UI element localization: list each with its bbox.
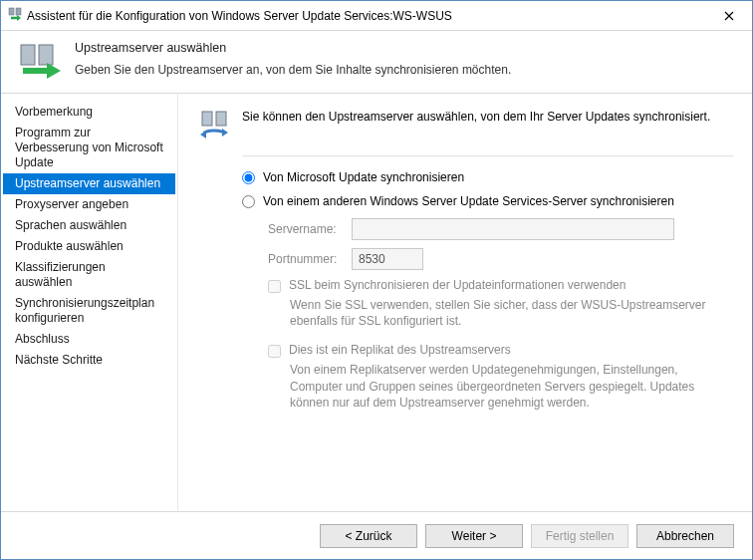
divider — [242, 155, 734, 156]
wizard-content: Sie können den Upstreamserver auswählen,… — [178, 94, 752, 511]
sidebar-item[interactable]: Synchronisierungszeitplan konfigurieren — [3, 293, 175, 329]
radio-other-wsus[interactable]: Von einem anderen Windows Server Update … — [242, 194, 734, 208]
sidebar-item[interactable]: Produkte auswählen — [3, 236, 175, 257]
sidebar-item[interactable]: Proxyserver angeben — [3, 194, 175, 215]
radio-other-wsus-input[interactable] — [242, 195, 255, 208]
port-field — [352, 248, 423, 270]
wizard-body: VorbemerkungProgramm zur Verbesserung vo… — [1, 94, 752, 511]
sidebar-item[interactable]: Vorbemerkung — [3, 102, 175, 123]
radio-other-wsus-label: Von einem anderen Windows Server Update … — [263, 194, 674, 208]
replica-checkbox — [268, 345, 281, 358]
page-subtitle: Geben Sie den Upstreamserver an, von dem… — [75, 63, 511, 77]
port-row: Portnummer: — [268, 248, 734, 270]
titlebar: Assistent für die Konfiguration von Wind… — [1, 1, 752, 31]
svg-rect-4 — [202, 112, 212, 126]
close-button[interactable] — [706, 1, 752, 31]
servername-field — [352, 218, 674, 240]
header-icon — [17, 41, 65, 81]
sidebar-item[interactable]: Klassifizierungen auswählen — [3, 257, 175, 293]
sidebar-item[interactable]: Nächste Schritte — [3, 350, 175, 371]
replica-checkbox-label: Dies ist ein Replikat des Upstreamserver… — [289, 343, 511, 357]
sidebar-item[interactable]: Upstreamserver auswählen — [3, 173, 175, 194]
finish-button: Fertig stellen — [531, 524, 628, 548]
replica-checkbox-row: Dies ist ein Replikat des Upstreamserver… — [268, 343, 734, 358]
port-label: Portnummer: — [268, 252, 352, 266]
sidebar-item[interactable]: Abschluss — [3, 329, 175, 350]
radio-ms-update-label: Von Microsoft Update synchronisieren — [263, 170, 464, 184]
svg-rect-2 — [21, 45, 35, 65]
radio-group: Von Microsoft Update synchronisieren Von… — [242, 170, 734, 208]
ssl-checkbox-row: SSL beim Synchronisieren der Updateinfor… — [268, 278, 734, 293]
intro-row: Sie können den Upstreamserver auswählen,… — [196, 106, 734, 141]
sidebar-item[interactable]: Programm zur Verbesserung von Microsoft … — [3, 123, 175, 173]
wizard-footer: < Zurück Weiter > Fertig stellen Abbrech… — [1, 511, 752, 559]
sync-icon — [196, 106, 232, 141]
svg-rect-5 — [216, 112, 226, 126]
wizard-header: Upstreamserver auswählen Geben Sie den U… — [1, 31, 752, 94]
header-text: Upstreamserver auswählen Geben Sie den U… — [75, 41, 511, 77]
radio-ms-update-input[interactable] — [242, 171, 255, 184]
back-button[interactable]: < Zurück — [320, 524, 417, 548]
app-icon — [7, 6, 23, 25]
wizard-window: Assistent für die Konfiguration von Wind… — [0, 0, 753, 560]
next-button[interactable]: Weiter > — [425, 524, 523, 548]
wizard-sidebar: VorbemerkungProgramm zur Verbesserung vo… — [1, 94, 178, 511]
window-title: Assistent für die Konfiguration von Wind… — [23, 9, 706, 23]
servername-row: Servername: — [268, 218, 734, 240]
replica-description: Von einem Replikatserver werden Updatege… — [290, 362, 728, 411]
cancel-button[interactable]: Abbrechen — [636, 524, 734, 548]
ssl-checkbox — [268, 280, 281, 293]
upstream-subform: Servername: Portnummer: SSL beim Synchro… — [268, 218, 734, 411]
intro-text: Sie können den Upstreamserver auswählen,… — [242, 106, 710, 124]
svg-rect-3 — [39, 45, 53, 65]
radio-ms-update[interactable]: Von Microsoft Update synchronisieren — [242, 170, 734, 184]
servername-label: Servername: — [268, 222, 352, 236]
sidebar-item[interactable]: Sprachen auswählen — [3, 215, 175, 236]
page-title: Upstreamserver auswählen — [75, 41, 511, 55]
svg-rect-0 — [9, 8, 14, 15]
svg-rect-1 — [16, 8, 21, 15]
ssl-description: Wenn Sie SSL verwenden, stellen Sie sich… — [290, 297, 728, 329]
ssl-checkbox-label: SSL beim Synchronisieren der Updateinfor… — [289, 278, 626, 292]
